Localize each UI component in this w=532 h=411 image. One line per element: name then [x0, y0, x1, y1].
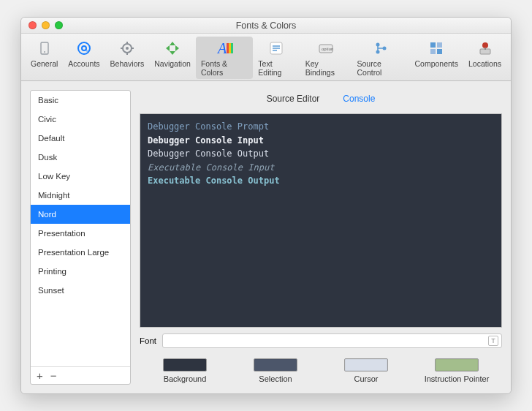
svg-rect-31 [480, 49, 490, 54]
tab-source-editor[interactable]: Source Editor [255, 91, 332, 106]
svg-rect-16 [229, 43, 231, 53]
toolbar-label: Behaviors [110, 59, 145, 68]
svg-point-1 [44, 51, 45, 53]
toolbar-source-control[interactable]: Source Control [352, 37, 410, 79]
zoom-icon[interactable] [55, 21, 63, 29]
minimize-icon[interactable] [42, 21, 50, 29]
font-picker-icon[interactable]: T [488, 336, 498, 346]
toolbar-accounts[interactable]: Accounts [63, 37, 104, 79]
svg-marker-12 [166, 45, 170, 51]
preview-editor[interactable]: Debugger Console PromptDebugger Console … [140, 113, 502, 328]
navigation-icon [162, 38, 183, 59]
well-label: Selection [259, 374, 292, 383]
theme-item[interactable]: Default [31, 129, 130, 148]
svg-point-32 [482, 42, 488, 48]
close-icon[interactable] [28, 21, 37, 29]
toolbar-label: Navigation [154, 59, 191, 68]
preferences-window: Fonts & Colors General Accounts Behavior… [20, 17, 512, 394]
svg-rect-28 [437, 42, 442, 48]
toolbar-label: Accounts [68, 59, 99, 68]
svg-point-5 [126, 47, 129, 50]
toolbar-navigation[interactable]: Navigation [149, 37, 196, 79]
cursor-color-well[interactable] [344, 358, 388, 372]
svg-rect-29 [430, 49, 436, 54]
editor-line[interactable]: Debugger Console Output [148, 147, 494, 161]
font-field[interactable]: T [162, 333, 502, 348]
svg-point-26 [383, 47, 387, 50]
toolbar-label: General [31, 59, 58, 68]
svg-point-24 [376, 43, 380, 47]
source-control-icon [370, 38, 391, 59]
content-area: Basic Civic Default Dusk Low Key Midnigh… [21, 81, 511, 393]
svg-rect-17 [231, 43, 233, 53]
toolbar-components[interactable]: Components [409, 37, 463, 79]
theme-item[interactable]: Presentation [31, 224, 130, 243]
editor-line[interactable]: Debugger Console Prompt [148, 120, 494, 134]
well-selection: Selection [230, 358, 321, 383]
key-bindings-icon: option [316, 38, 336, 59]
well-cursor: Cursor [321, 358, 411, 383]
traffic-lights [21, 21, 63, 29]
svg-rect-27 [430, 42, 436, 48]
fonts-colors-icon: A [214, 38, 235, 59]
theme-item[interactable]: Presentation Large [31, 243, 130, 262]
theme-item[interactable]: Printing [31, 262, 130, 281]
editor-tabs: Source Editor Console [140, 90, 502, 108]
well-label: Instruction Pointer [425, 374, 490, 383]
theme-item[interactable]: Sunset [31, 281, 130, 300]
theme-list[interactable]: Basic Civic Default Dusk Low Key Midnigh… [31, 91, 130, 366]
well-label: Cursor [354, 374, 378, 383]
sidebar-footer: + − [31, 366, 130, 384]
svg-rect-15 [227, 43, 229, 53]
theme-item[interactable]: Midnight [31, 186, 130, 205]
svg-rect-33 [484, 48, 486, 50]
background-color-well[interactable] [163, 358, 207, 372]
toolbar-label: Components [414, 59, 458, 68]
toolbar: General Accounts Behaviors Navigation A … [21, 34, 511, 81]
theme-sidebar: Basic Civic Default Dusk Low Key Midnigh… [30, 90, 131, 385]
toolbar-fonts-colors[interactable]: A Fonts & Colors [196, 37, 253, 79]
well-instruction-pointer: Instruction Pointer [411, 358, 502, 383]
toolbar-behaviors[interactable]: Behaviors [105, 37, 150, 79]
titlebar: Fonts & Colors [21, 18, 511, 34]
svg-rect-30 [437, 49, 442, 54]
gear-icon [117, 38, 137, 59]
svg-point-2 [78, 42, 90, 54]
svg-text:A: A [216, 40, 227, 56]
editor-line[interactable]: Debugger Console Input [148, 134, 494, 148]
font-label: Font [140, 336, 156, 345]
theme-item[interactable]: Low Key [31, 167, 130, 186]
remove-theme-button[interactable]: − [50, 369, 57, 382]
theme-item-selected[interactable]: Nord [31, 205, 130, 224]
svg-marker-11 [170, 51, 175, 55]
svg-point-25 [376, 50, 380, 54]
svg-marker-13 [175, 45, 179, 51]
at-icon [74, 38, 94, 59]
theme-item[interactable]: Dusk [31, 148, 130, 167]
locations-icon [475, 38, 495, 59]
toolbar-label: Fonts & Colors [201, 59, 248, 77]
toolbar-key-bindings[interactable]: option Key Bindings [300, 37, 352, 79]
text-editing-icon [266, 38, 286, 59]
theme-item[interactable]: Basic [31, 91, 130, 110]
editor-line[interactable]: Executable Console Output [148, 174, 494, 188]
font-row: Font T [140, 333, 502, 348]
theme-item[interactable]: Civic [31, 110, 130, 129]
svg-marker-10 [170, 42, 175, 45]
toolbar-general[interactable]: General [26, 37, 63, 79]
svg-text:option: option [322, 47, 333, 51]
add-theme-button[interactable]: + [37, 369, 43, 382]
instruction-pointer-color-well[interactable] [435, 358, 479, 372]
well-label: Background [164, 374, 207, 383]
components-icon [426, 38, 446, 59]
toolbar-text-editing[interactable]: Text Editing [253, 37, 300, 79]
toolbar-label: Locations [468, 59, 501, 68]
well-background: Background [140, 358, 230, 383]
tab-console[interactable]: Console [331, 91, 387, 106]
toolbar-label: Source Control [357, 59, 405, 77]
main-panel: Source Editor Console Debugger Console P… [140, 90, 502, 385]
color-wells-row: Background Selection Cursor Instruction … [140, 354, 502, 385]
editor-line[interactable]: Executable Console Input [148, 161, 494, 175]
toolbar-locations[interactable]: Locations [463, 37, 506, 79]
selection-color-well[interactable] [254, 358, 297, 372]
